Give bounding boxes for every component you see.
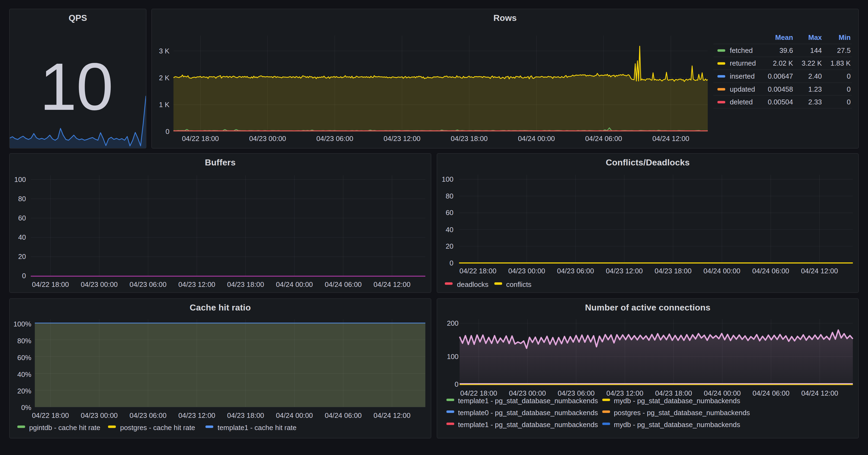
svg-text:04/22 18:00: 04/22 18:00 [460, 267, 496, 275]
svg-text:template1 - pg_stat_database_n: template1 - pg_stat_database_numbackends [458, 397, 598, 404]
svg-text:04/24 06:00: 04/24 06:00 [752, 267, 789, 275]
svg-text:04/24 06:00: 04/24 06:00 [325, 412, 362, 419]
svg-text:04/23 12:00: 04/23 12:00 [606, 267, 643, 275]
svg-text:0%: 0% [21, 404, 31, 411]
svg-text:04/22 18:00: 04/22 18:00 [32, 281, 69, 288]
svg-text:04/24 12:00: 04/24 12:00 [801, 267, 838, 275]
svg-text:20%: 20% [18, 387, 31, 395]
svg-text:100: 100 [442, 175, 454, 183]
svg-text:0: 0 [165, 128, 169, 135]
svg-text:0: 0 [847, 72, 850, 80]
svg-text:80: 80 [18, 195, 26, 202]
svg-text:60%: 60% [18, 354, 31, 361]
svg-text:04/24 00:00: 04/24 00:00 [276, 412, 313, 419]
svg-text:postgres - pg_stat_database_nu: postgres - pg_stat_database_numbackends [614, 409, 750, 417]
svg-text:04/22 18:00: 04/22 18:00 [32, 412, 69, 419]
svg-text:deadlocks: deadlocks [457, 281, 489, 288]
svg-text:04/24 00:00: 04/24 00:00 [518, 135, 555, 142]
svg-text:04/23 18:00: 04/23 18:00 [227, 412, 264, 419]
svg-text:2.33: 2.33 [808, 98, 822, 106]
svg-text:80: 80 [446, 192, 454, 200]
svg-text:04/24 06:00: 04/24 06:00 [585, 135, 622, 142]
svg-text:04/23 18:00: 04/23 18:00 [451, 135, 488, 142]
svg-text:04/23 00:00: 04/23 00:00 [508, 267, 545, 275]
svg-text:40: 40 [446, 226, 454, 233]
svg-text:0.00458: 0.00458 [768, 86, 793, 93]
svg-text:40: 40 [18, 233, 26, 241]
svg-text:inserted: inserted [730, 72, 755, 80]
svg-text:04/23 12:00: 04/23 12:00 [607, 389, 643, 397]
svg-text:20: 20 [18, 253, 26, 260]
svg-text:0: 0 [22, 272, 26, 280]
svg-text:04/23 00:00: 04/23 00:00 [81, 412, 118, 419]
svg-text:2 K: 2 K [159, 74, 169, 82]
svg-text:0.00504: 0.00504 [768, 98, 793, 106]
svg-text:40%: 40% [18, 371, 31, 378]
svg-text:04/23 00:00: 04/23 00:00 [81, 281, 118, 288]
svg-text:2.02 K: 2.02 K [773, 59, 793, 67]
svg-text:04/23 18:00: 04/23 18:00 [227, 281, 264, 288]
svg-text:04/24 12:00: 04/24 12:00 [652, 135, 689, 142]
svg-text:fetched: fetched [730, 46, 753, 54]
svg-text:mydb - pg_stat_database_numbac: mydb - pg_stat_database_numbackends [614, 421, 740, 428]
svg-text:04/23 12:00: 04/23 12:00 [178, 281, 215, 288]
svg-text:04/24 00:00: 04/24 00:00 [703, 267, 740, 275]
svg-text:returned: returned [730, 59, 756, 67]
svg-text:04/24 12:00: 04/24 12:00 [373, 412, 410, 419]
svg-text:deleted: deleted [730, 98, 753, 106]
svg-text:04/23 00:00: 04/23 00:00 [509, 389, 546, 397]
svg-text:04/23 06:00: 04/23 06:00 [558, 389, 595, 397]
svg-text:04/23 18:00: 04/23 18:00 [655, 389, 692, 397]
svg-text:04/24 06:00: 04/24 06:00 [752, 389, 789, 397]
svg-text:04/23 06:00: 04/23 06:00 [557, 267, 594, 275]
svg-text:0: 0 [847, 86, 850, 93]
svg-text:conflicts: conflicts [506, 281, 531, 288]
svg-text:mydb - pg_stat_database_numbac: mydb - pg_stat_database_numbackends [614, 397, 740, 404]
svg-text:template0 - pg_stat_database_n: template0 - pg_stat_database_numbackends [458, 409, 598, 417]
svg-text:Mean: Mean [775, 34, 793, 41]
svg-text:04/23 06:00: 04/23 06:00 [316, 135, 353, 142]
svg-text:200: 200 [447, 319, 458, 327]
svg-text:100%: 100% [13, 320, 31, 328]
svg-text:04/23 18:00: 04/23 18:00 [654, 267, 691, 275]
svg-text:27.5: 27.5 [837, 46, 850, 54]
svg-text:template1 - cache hit rate: template1 - cache hit rate [218, 424, 297, 431]
svg-text:04/23 00:00: 04/23 00:00 [249, 135, 286, 142]
svg-text:0: 0 [847, 98, 850, 106]
svg-text:04/22 18:00: 04/22 18:00 [460, 389, 497, 397]
svg-text:04/22 18:00: 04/22 18:00 [182, 135, 219, 142]
svg-text:04/24 06:00: 04/24 06:00 [325, 281, 362, 288]
svg-text:1 K: 1 K [159, 101, 169, 108]
svg-text:04/24 00:00: 04/24 00:00 [276, 281, 313, 288]
svg-text:100: 100 [14, 176, 26, 183]
svg-text:04/24 12:00: 04/24 12:00 [801, 389, 838, 397]
svg-text:39.6: 39.6 [780, 46, 793, 54]
svg-text:2.40: 2.40 [808, 72, 822, 80]
svg-text:Max: Max [808, 34, 822, 41]
svg-text:0: 0 [455, 381, 458, 388]
svg-text:0: 0 [450, 259, 453, 267]
svg-text:Min: Min [839, 34, 850, 41]
svg-text:04/24 12:00: 04/24 12:00 [373, 281, 410, 288]
svg-text:60: 60 [446, 209, 454, 216]
svg-text:postgres - cache hit rate: postgres - cache hit rate [120, 424, 195, 431]
svg-text:3 K: 3 K [159, 47, 169, 55]
svg-text:1.83 K: 1.83 K [830, 59, 850, 67]
svg-text:pgintdb - cache hit rate: pgintdb - cache hit rate [29, 424, 100, 431]
svg-text:0.00647: 0.00647 [768, 72, 793, 80]
svg-text:04/23 12:00: 04/23 12:00 [383, 135, 421, 142]
svg-text:1.23: 1.23 [808, 86, 822, 93]
svg-text:60: 60 [18, 214, 26, 222]
svg-text:template1 - pg_stat_database_n: template1 - pg_stat_database_numbackends [458, 421, 598, 428]
svg-text:04/24 00:00: 04/24 00:00 [704, 389, 741, 397]
svg-text:04/23 12:00: 04/23 12:00 [178, 412, 215, 419]
svg-text:80%: 80% [18, 337, 31, 345]
svg-text:20: 20 [446, 242, 454, 250]
svg-text:04/23 06:00: 04/23 06:00 [130, 412, 166, 419]
svg-text:144: 144 [810, 46, 822, 54]
svg-text:04/23 06:00: 04/23 06:00 [130, 281, 166, 288]
svg-text:100: 100 [447, 353, 458, 360]
svg-text:3.22 K: 3.22 K [802, 59, 822, 67]
svg-text:updated: updated [730, 86, 755, 93]
